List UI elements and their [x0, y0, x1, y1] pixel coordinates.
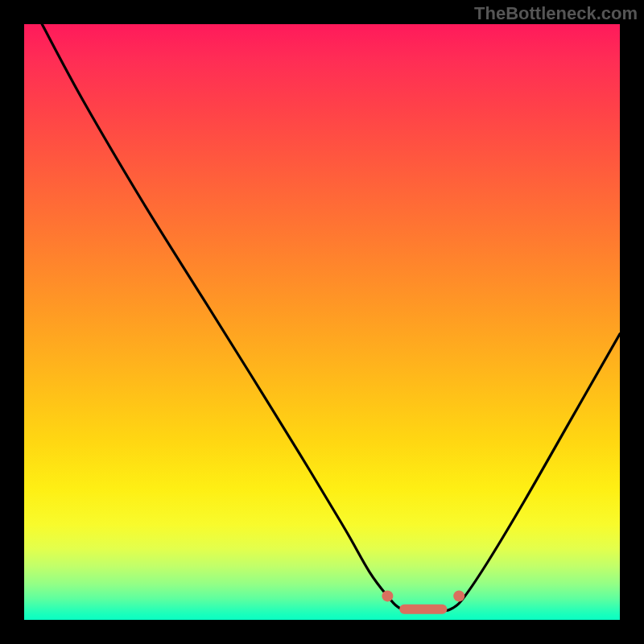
- curve-marker-left: [382, 590, 393, 601]
- chart-plot-area: [24, 24, 620, 620]
- curve-marker-pill: [399, 605, 447, 614]
- curve-marker-right: [453, 590, 464, 601]
- chart-svg: [24, 24, 620, 620]
- watermark-text: TheBottleneck.com: [474, 3, 638, 24]
- bottleneck-curve: [42, 24, 620, 611]
